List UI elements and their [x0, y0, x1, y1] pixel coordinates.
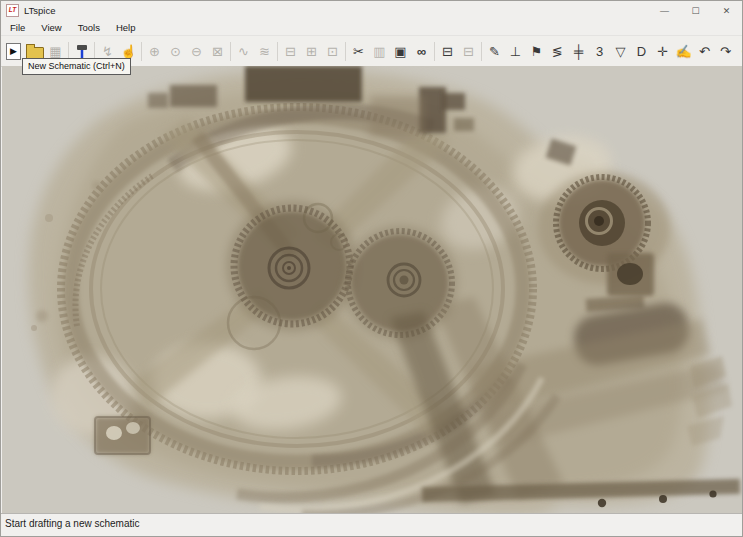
- drag-button[interactable]: ✍: [673, 40, 694, 62]
- toolbar-separator: [141, 42, 142, 61]
- tooltip: New Schematic (Ctrl+N): [22, 58, 131, 75]
- new-window-icon: ⊡: [327, 45, 338, 58]
- redo-button[interactable]: ↷: [715, 40, 736, 62]
- redo-icon: ↷: [720, 45, 731, 58]
- halt-icon: ☝: [120, 45, 136, 58]
- paste-icon: ▣: [394, 45, 406, 58]
- autorange-y-axis-button[interactable]: ∿: [233, 40, 254, 62]
- zoom-out-button[interactable]: ⊖: [186, 40, 207, 62]
- close-button[interactable]: ✕: [711, 1, 742, 20]
- label-net-icon: ⚑: [531, 45, 543, 58]
- plot-settings-icon: ≋: [259, 45, 270, 58]
- print-icon: ⊟: [442, 45, 453, 58]
- zoom-in-button[interactable]: ⊕: [144, 40, 165, 62]
- toolbar-separator: [277, 42, 278, 61]
- maximize-button[interactable]: ☐: [680, 1, 711, 20]
- undo-button[interactable]: ↶: [694, 40, 715, 62]
- new-schematic-button[interactable]: ▶: [3, 40, 24, 62]
- autorange-y-axis-icon: ∿: [238, 45, 249, 58]
- resistor-button[interactable]: ≶: [547, 40, 568, 62]
- app-logo-icon: LT: [6, 4, 19, 17]
- diode-icon: ▽: [616, 45, 626, 58]
- move-button[interactable]: ✛: [652, 40, 673, 62]
- window-controls: —☐✕: [649, 1, 742, 20]
- wire-button[interactable]: ✎: [484, 40, 505, 62]
- ground-icon: ⊥: [510, 45, 521, 58]
- undo-icon: ↶: [699, 45, 710, 58]
- rotate-icon: ↺: [741, 45, 742, 58]
- cascade-windows-icon: ⊞: [306, 45, 317, 58]
- control-panel-icon: [74, 43, 90, 59]
- capacitor-icon: ╪: [574, 45, 583, 58]
- zoom-full-extents-button[interactable]: ⊠: [207, 40, 228, 62]
- antikythera-xray-image: [2, 66, 743, 515]
- cut-button[interactable]: ✂: [348, 40, 369, 62]
- print-preview-button[interactable]: ⊟: [458, 40, 479, 62]
- window-title: LTspice: [24, 5, 56, 16]
- status-bar: Start drafting a new schematic: [1, 513, 742, 536]
- find-icon: ∞: [417, 45, 426, 58]
- menu-tools[interactable]: Tools: [70, 20, 108, 35]
- copy-icon: ▥: [373, 45, 385, 58]
- copy-button[interactable]: ▥: [369, 40, 390, 62]
- ground-button[interactable]: ⊥: [505, 40, 526, 62]
- zoom-back-button[interactable]: ⊙: [165, 40, 186, 62]
- minimize-button[interactable]: —: [649, 1, 680, 20]
- tile-windows-icon: ⊟: [285, 45, 296, 58]
- status-text: Start drafting a new schematic: [5, 518, 140, 529]
- capacitor-button[interactable]: ╪: [568, 40, 589, 62]
- save-icon: ▦: [49, 45, 61, 58]
- menu-help[interactable]: Help: [108, 20, 144, 35]
- paste-button[interactable]: ▣: [390, 40, 411, 62]
- ltspice-window: LT LTspice —☐✕ FileViewToolsHelp ▶▦↯☝⊕⊙⊖…: [0, 0, 743, 537]
- inductor-button[interactable]: 3: [589, 40, 610, 62]
- label-net-button[interactable]: ⚑: [526, 40, 547, 62]
- wire-icon: ✎: [489, 45, 500, 58]
- toolbar-separator: [345, 42, 346, 61]
- component-button[interactable]: D: [631, 40, 652, 62]
- zoom-full-extents-icon: ⊠: [212, 45, 223, 58]
- print-button[interactable]: ⊟: [437, 40, 458, 62]
- run-icon: ↯: [102, 45, 113, 58]
- zoom-back-icon: ⊙: [170, 45, 181, 58]
- zoom-out-icon: ⊖: [191, 45, 202, 58]
- cut-icon: ✂: [353, 45, 364, 58]
- zoom-in-icon: ⊕: [149, 45, 160, 58]
- toolbar-separator: [481, 42, 482, 61]
- print-preview-icon: ⊟: [463, 45, 474, 58]
- toolbar-separator: [230, 42, 231, 61]
- diode-button[interactable]: ▽: [610, 40, 631, 62]
- cascade-windows-button[interactable]: ⊞: [301, 40, 322, 62]
- rotate-button[interactable]: ↺: [736, 40, 742, 62]
- menu-bar: FileViewToolsHelp: [1, 20, 742, 35]
- drag-icon: ✍: [675, 45, 691, 58]
- resistor-icon: ≶: [552, 45, 563, 58]
- new-schematic-icon: ▶: [6, 43, 21, 60]
- plot-settings-button[interactable]: ≋: [254, 40, 275, 62]
- tile-windows-button[interactable]: ⊟: [280, 40, 301, 62]
- toolbar-separator: [434, 42, 435, 61]
- component-icon: D: [637, 45, 646, 58]
- schematic-canvas[interactable]: [2, 66, 743, 515]
- menu-view[interactable]: View: [33, 20, 69, 35]
- inductor-icon: 3: [596, 45, 603, 58]
- find-button[interactable]: ∞: [411, 40, 432, 62]
- title-bar[interactable]: LT LTspice —☐✕: [1, 1, 742, 20]
- menu-file[interactable]: File: [2, 20, 33, 35]
- new-window-button[interactable]: ⊡: [322, 40, 343, 62]
- move-icon: ✛: [657, 45, 668, 58]
